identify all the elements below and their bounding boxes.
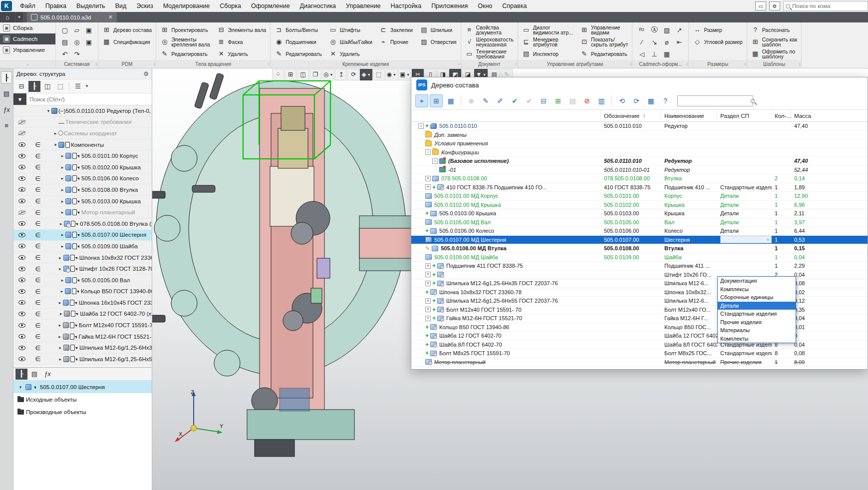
expander-icon[interactable]: ▸ [59,278,65,283]
ribbon-button[interactable]: ▭Штифты [328,24,373,36]
ribbon-tool-icon[interactable]: ↗ [676,26,682,34]
viewport-tool-icon[interactable]: ⟳ [347,69,359,80]
table-row[interactable]: ++Штифт 10x26 ГО...20,04 [411,271,868,280]
menu-hamburger-icon[interactable]: ≡ [1,119,12,131]
visibility-eye-icon[interactable] [18,221,25,226]
ribbon-tool-icon[interactable]: ▢ [62,26,68,34]
ribbon-button[interactable]: ⊏Заклепки [378,24,414,36]
ribbon-button[interactable]: ▭Диалог видимости атр... [521,24,574,36]
menu-item-оформление[interactable]: Оформление [246,0,295,12]
table-row[interactable]: Условия применения [411,139,868,148]
table-row[interactable]: -01505.0.0110.010-01Редуктор52,44 [411,166,868,175]
tree-item[interactable]: ∈▸505.0.0106.00 Колесо [13,173,152,185]
composition-tree-window[interactable]: IPS Дерево состава ⌖⊞▦⊕✎✐✔✔⊟⊞▤⊘▥⟲⟳▦? Обо… [411,77,868,370]
composition-tool-icon[interactable]: ⊞ [552,94,565,107]
expander-icon[interactable]: ▸ [59,289,65,294]
table-row[interactable]: ++Шпилька М12-6g1,25-6Hx35 ГОСТ 22037-76… [411,279,868,288]
fx-variables-icon[interactable]: ƒx [1,103,12,115]
menu-item-вид[interactable]: Вид [110,0,132,12]
ribbon-tool-icon[interactable]: ▨ [664,26,670,34]
tree-item[interactable]: ∈▸078.505.0.0108.00 Втулка (x2) [13,218,152,230]
tree-numbering-icon[interactable]: ⊟ [15,81,27,92]
global-search[interactable] [783,1,868,11]
composition-tool-icon[interactable]: ⟲ [615,94,628,107]
tree-item[interactable]: ∈▾Компоненты [13,139,152,151]
section-combobox[interactable]: ˅ [717,236,772,244]
ribbon-button[interactable]: ?Распознать [750,24,798,36]
expander-icon[interactable]: ▸ [59,165,65,170]
menu-item-приложения[interactable]: Приложения [426,0,473,12]
ribbon-tool-icon[interactable]: ◎ [74,38,79,46]
table-row[interactable]: +Кольцо В50 ГОСТ 13940-86Кольцо В50 ГОС.… [411,323,868,332]
menu-item-сборка[interactable]: Сборка [215,0,246,12]
viewport-tool-icon[interactable]: ⬚ [373,69,385,80]
tree-item[interactable]: ▸Системы координат [13,128,152,139]
viewport-tool-icon[interactable]: ◉▼ [385,69,398,80]
viewport-tool-icon[interactable]: ◈▼ [360,69,372,80]
tree-item[interactable]: ∈▸505.0.0102.00 Крышка [13,162,152,173]
tree-search-input[interactable] [26,96,152,102]
ribbon-button[interactable]: ✎Редактировать [159,48,211,60]
composition-tool-icon[interactable]: ? [659,94,672,107]
ribbon-tool-icon[interactable]: ⊥ [651,50,657,58]
subpanel-selected-item[interactable]: ▾ 505.0.0107.00 Шестерня [13,381,152,393]
composition-tool-icon[interactable]: ✔ [523,94,536,107]
ribbon-button[interactable]: ⊞Проектировать [159,24,211,36]
table-row[interactable]: 505.0.0107.00 МД Шестерня505.0.0107.00Ше… [411,236,868,245]
expander-box-icon[interactable]: − [432,158,438,164]
ribbon-button[interactable]: ▦Оформить по шаблону [750,48,798,60]
composition-tool-icon[interactable]: ⟳ [630,94,643,107]
table-row[interactable]: +505.0.0106.00 Колесо505.0.0106.00Колесо… [411,227,868,236]
ribbon-tool-icon[interactable]: Ⓐ [651,25,657,34]
table-row[interactable]: ++Болт М12x40 ГОСТ 15591- 70Болт М12х40 … [411,306,868,315]
ribbon-button[interactable]: ▤Шпильки [419,24,458,36]
ribbon-button[interactable]: ⊐Болты/Винты [274,24,323,36]
menu-item-моделирование[interactable]: Моделирование [158,0,215,12]
ribbon-button[interactable]: ◇Угловой размер [692,36,743,48]
ribbon-tool-icon[interactable]: ∕ [641,38,642,46]
subpanel-tree-tab-icon[interactable]: ┠ [15,369,27,380]
dropdown-option[interactable]: Материалы [718,326,796,335]
filter-funnel-icon[interactable]: ▼ [13,93,26,105]
visibility-eye-icon[interactable] [18,346,25,350]
expander-icon[interactable]: ▾ [45,108,51,113]
column-name[interactable]: Наименование [661,110,717,121]
tree-item[interactable]: ∈▸Шпилька М12-6g/1,25-6Hx35 ГО [13,342,152,354]
table-row[interactable]: −+505.0.0110.010505.0.0110.010Редуктор47… [411,122,868,131]
ribbon-button[interactable]: ▤Инспектор [521,48,574,60]
expander-icon[interactable]: ▸ [59,232,65,237]
tree-item[interactable]: Технические требования [13,117,152,128]
ribbon-button[interactable]: ↔Размер [692,24,743,36]
ribbon-tool-icon[interactable]: ▦ [664,50,670,58]
ribbon-button[interactable]: ▨Отверстия [419,36,458,48]
ribbon-tool-icon[interactable]: ↷ [74,50,80,58]
composition-tool-icon[interactable]: ⌖ [415,94,428,107]
tree-item[interactable]: ∈▸Шайба 12 ГОСТ 6402-70 (x11) [13,309,152,320]
visibility-eye-icon[interactable] [18,244,25,248]
composition-tool-icon[interactable]: ⊘ [580,94,593,107]
ribbon-tool-icon[interactable]: ⇤ [676,38,682,46]
composition-tool-icon[interactable]: ▦ [644,94,657,107]
viewport-tool-icon[interactable]: ❐ [309,69,321,80]
ribbon-button[interactable]: ✎Редактировать [274,48,323,60]
visibility-eye-icon[interactable] [18,267,25,271]
ribbon-button[interactable]: ⊡Показать/ скрыть атрибут [579,36,629,48]
expander-icon[interactable]: ▸ [57,300,63,305]
expander-icon[interactable]: ▸ [59,244,65,249]
table-row[interactable]: 505.0.0102.00 МД Крышка505.0.0102.00Крыш… [411,201,868,210]
ribbon-button[interactable]: ⌁Прочие [378,36,414,48]
ribbon-button[interactable]: ✕Удалить [328,48,373,60]
ribbon-tool-icon[interactable]: ⌀ [665,38,669,46]
viewport-tool-icon[interactable]: ⁘ [272,69,284,80]
expander-icon[interactable]: ▸ [57,255,63,260]
menu-item-выделить[interactable]: Выделить [71,0,110,12]
dropdown-option[interactable]: Сборочные единицы [718,293,796,302]
visibility-eye-icon[interactable] [18,120,25,124]
tree-item[interactable]: ∈▸Болт М12x40 ГОСТ 15591-70 (x7) [13,320,152,331]
expander-box-icon[interactable]: + [425,184,431,190]
chevron-down-icon[interactable]: ˅ [720,236,772,243]
viewport-tool-icon[interactable]: ◫ [297,69,309,80]
tree-docs-icon[interactable]: ◫ [41,81,53,92]
menu-item-окно[interactable]: Окно [473,0,497,12]
tree-item[interactable]: ∈▸505.0.0103.00 Крышка [13,196,152,207]
